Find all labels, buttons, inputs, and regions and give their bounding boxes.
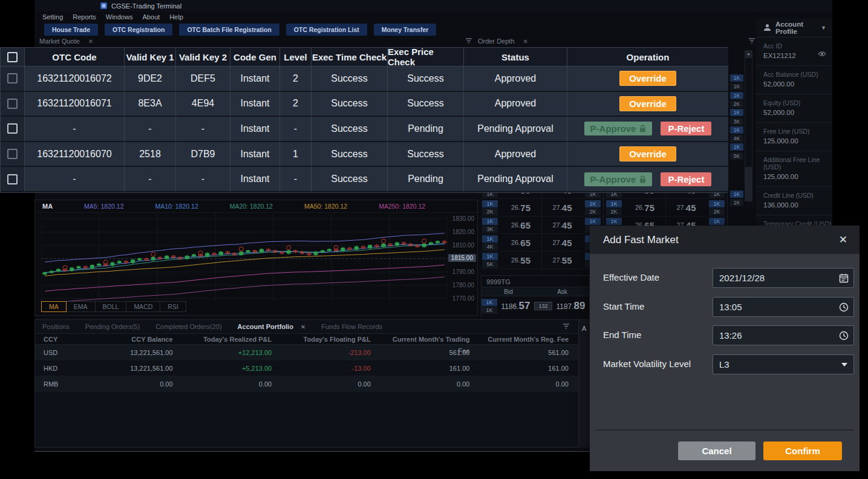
row-checkbox[interactable] [7, 149, 18, 159]
depth-price: 26.75 [624, 199, 665, 216]
p-reject-button[interactable]: P-Reject [661, 172, 711, 186]
quantity-badge: 4K [730, 135, 743, 142]
table-cell: +12,213.00 [183, 345, 282, 360]
cancel-button[interactable]: Cancel [678, 442, 755, 460]
column-header: OTC Code [25, 48, 125, 67]
select-all-checkbox[interactable] [7, 52, 18, 62]
table-cell: 16321120016070 [25, 142, 125, 168]
depth-row[interactable]: 1K3K26.6527.451K3K [480, 217, 603, 234]
filter-icon[interactable] [465, 38, 472, 44]
close-icon[interactable]: ✕ [88, 38, 93, 45]
close-icon[interactable]: ✕ [523, 38, 528, 45]
bid-label: Bid [481, 287, 535, 297]
tab-order-depth[interactable]: Order Depth ✕ [478, 37, 528, 45]
row-checkbox[interactable] [7, 99, 18, 109]
table-cell: HKD [35, 360, 83, 376]
p-reject-button[interactable]: P-Reject [661, 122, 711, 135]
table-cell: Approved [464, 92, 567, 117]
price-tick-label: 1780.00 [452, 282, 474, 288]
row-checkbox[interactable] [7, 73, 18, 83]
bottom-tab-funds-flow-records[interactable]: Funds Flow Records [321, 323, 382, 330]
table-row[interactable]: USD13,221,561.00+12,213.00-213.00561.005… [35, 345, 578, 360]
table-cell: Success [312, 142, 388, 168]
toolbar-button-otc-registration[interactable]: OTC Registration [105, 24, 172, 36]
person-icon [763, 24, 771, 31]
ask-label: Ask [535, 287, 589, 297]
scrollbar-thumb[interactable] [745, 58, 752, 167]
clock-icon[interactable] [839, 331, 849, 341]
table-row[interactable]: RMB0.000.000.000.000.00 [35, 376, 578, 392]
field-value: 2021/12/28 [719, 273, 837, 283]
indicator-tab-ema[interactable]: EMA [67, 302, 96, 311]
toolbar-button-house-trade[interactable]: House Trade [44, 24, 98, 36]
depth-row[interactable]: 1K2K26.7527.451K2K [604, 199, 727, 217]
menu-item-windows[interactable]: Windows [106, 13, 133, 21]
row-checkbox[interactable] [7, 123, 18, 134]
scrollbar[interactable]: ▲ [745, 50, 752, 201]
table-row[interactable]: HKD13,221,561.00+5,213.00-13.00161.00161… [35, 360, 578, 376]
override-button[interactable]: Override [619, 146, 676, 161]
eye-icon[interactable] [818, 51, 826, 57]
indicator-tab-macd[interactable]: MACD [126, 302, 160, 311]
bottom-tab-pending-orders-5-[interactable]: Pending Orders(5) [85, 323, 140, 330]
close-icon[interactable]: ✕ [301, 324, 305, 330]
legend-item: MA10: 1820.12 [155, 203, 198, 210]
tab-market-quote[interactable]: Market Quote ✕ [39, 37, 93, 45]
filter-icon[interactable] [748, 38, 755, 44]
filter-icon[interactable] [563, 324, 570, 330]
sidebar-field-acc-balance-usd-: Acc Balance (USD)52,000.00 [756, 66, 832, 94]
depth-row[interactable]: 1K2K26.7527.451K2K [480, 199, 603, 217]
indicator-tab-boll[interactable]: BOLL [96, 302, 127, 311]
lock-icon [639, 175, 646, 183]
indicator-tab-rsi[interactable]: RSI [160, 302, 186, 311]
calendar-icon[interactable] [839, 273, 849, 283]
sidebar-header[interactable]: Account Profile ▼ [756, 18, 832, 37]
table-cell: - [125, 117, 176, 142]
row-select-cell [1, 67, 25, 92]
close-icon[interactable]: ✕ [839, 235, 847, 245]
desktop: CGSE-Trading Terminal SettingReportsWind… [0, 0, 868, 479]
table-cell: DEF5 [176, 67, 230, 92]
dialog-divider [596, 429, 853, 431]
indicator-tab-ma[interactable]: MA [41, 301, 67, 312]
toolbar-button-money-transfer[interactable]: Money Transfer [374, 24, 437, 36]
confirm-button[interactable]: Confirm [763, 442, 842, 460]
table-cell: 0.00 [183, 376, 282, 392]
toolbar-button-otc-registration-list[interactable]: OTC Registration List [286, 24, 367, 36]
scroll-up-arrow[interactable]: ▲ [745, 50, 752, 57]
menu-item-reports[interactable]: Reports [73, 13, 96, 21]
field-input[interactable]: 2021/12/28 [713, 268, 854, 288]
bid-price: 1186.57 [497, 300, 534, 312]
toolbar-button-otc-batch-file-registration[interactable]: OTC Batch File Registration [179, 24, 279, 36]
ask-price: 1187.89 [552, 300, 589, 312]
chevron-down-icon[interactable]: ▼ [821, 25, 826, 31]
override-button[interactable]: Override [619, 96, 676, 111]
clock-icon[interactable] [839, 302, 849, 312]
field-input[interactable]: 13:26 [713, 325, 854, 345]
table-cell: 16321120016071 [25, 92, 125, 117]
p-approve-button[interactable]: P-Approve [584, 122, 653, 135]
table-cell: USD [35, 345, 83, 360]
table-cell: +5,213.00 [183, 360, 282, 376]
menu-item-about[interactable]: About [142, 13, 160, 21]
bottom-panel: PositionsPending Orders(5)Completed Orde… [34, 319, 579, 448]
depth-row[interactable]: 1K5K26.5527.551K5K [480, 252, 603, 269]
table-cell: 0.00 [479, 376, 578, 392]
depth-row[interactable]: 1K4K26.6527.451K4K [480, 234, 603, 252]
sidebar-title: Account Profile [775, 21, 817, 35]
table-cell: Success [388, 92, 464, 117]
menu-item-setting[interactable]: Setting [42, 13, 63, 21]
field-input[interactable]: 13:05 [713, 297, 854, 317]
volatility-select[interactable]: L3 [713, 354, 854, 374]
menu-item-help[interactable]: Help [169, 13, 183, 21]
table-cell: Success [312, 117, 388, 142]
bottom-tab-completed-orders-20-[interactable]: Completed Orders(20) [155, 323, 221, 330]
price-tick-label: 1820.00 [452, 229, 474, 235]
table-cell: Pending [388, 167, 464, 192]
row-checkbox[interactable] [7, 174, 18, 184]
p-approve-button[interactable]: P-Approve [584, 172, 653, 186]
candlestick-chart[interactable] [41, 213, 448, 301]
bottom-tab-account-portfolio[interactable]: Account Portfolio✕ [238, 323, 306, 330]
override-button[interactable]: Override [619, 71, 676, 86]
bottom-tab-positions[interactable]: Positions [42, 323, 70, 330]
